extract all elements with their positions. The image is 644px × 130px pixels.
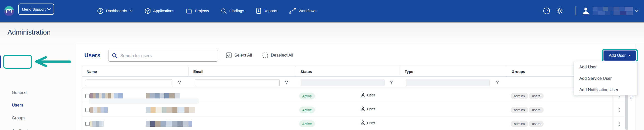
nav-label: Projects bbox=[195, 9, 209, 13]
menu-item-add-service-user[interactable]: Add Service User bbox=[574, 73, 637, 84]
workflow-icon bbox=[289, 8, 296, 14]
svg-text:?: ? bbox=[546, 9, 548, 13]
status-filter-input[interactable] bbox=[301, 80, 385, 86]
avatar-icon bbox=[582, 7, 590, 15]
add-user-label: Add User bbox=[609, 53, 626, 58]
active-item-indicator bbox=[0, 56, 1, 68]
sidebar-item-groups[interactable]: Groups bbox=[12, 116, 25, 120]
folder-icon bbox=[186, 8, 192, 14]
gear-icon bbox=[556, 7, 563, 14]
annotation-arrow-icon bbox=[33, 56, 71, 67]
type-cell: User bbox=[361, 93, 375, 97]
email-redacted bbox=[146, 107, 195, 113]
sidebar-item-users[interactable]: Users bbox=[12, 103, 23, 108]
name-redacted bbox=[90, 93, 123, 99]
group-badge: admins bbox=[511, 107, 528, 113]
dashed-square-icon bbox=[262, 52, 268, 58]
nav-item-findings[interactable]: Findings bbox=[221, 8, 244, 14]
status-badge: Active bbox=[299, 93, 315, 99]
table-filter-row bbox=[82, 76, 625, 89]
org-selector[interactable]: Mend Support bbox=[18, 4, 54, 15]
row-actions bbox=[613, 103, 625, 117]
chevron-down-icon bbox=[47, 8, 51, 10]
type-cell: User bbox=[361, 120, 375, 125]
table-row: Active User admins users bbox=[82, 117, 625, 130]
menu-item-add-user[interactable]: Add User bbox=[574, 61, 637, 73]
name-filter-funnel-icon[interactable] bbox=[177, 81, 182, 85]
row-checkbox[interactable] bbox=[85, 122, 90, 126]
nav-label: Dashboards bbox=[106, 9, 127, 13]
user-type-icon bbox=[361, 120, 365, 125]
nav-label: Workflows bbox=[298, 9, 316, 13]
table-row: Active User admins users bbox=[82, 103, 625, 117]
navbar-divider bbox=[576, 6, 576, 15]
users-section-heading: Users bbox=[84, 52, 100, 59]
status-badge: Active bbox=[299, 107, 315, 113]
top-navbar: Mend Support Dashboards Applicatio bbox=[0, 0, 644, 22]
nav-label: Findings bbox=[229, 9, 244, 13]
search-input[interactable] bbox=[120, 53, 214, 58]
nav-item-workflows[interactable]: Workflows bbox=[289, 8, 316, 14]
nav-item-applications[interactable]: Applications bbox=[145, 8, 174, 14]
select-all-label: Select All bbox=[234, 53, 252, 58]
row-actions bbox=[613, 117, 625, 130]
type-label: User bbox=[367, 121, 375, 125]
report-document-icon bbox=[256, 8, 261, 14]
status-filter-funnel-icon[interactable] bbox=[389, 81, 394, 85]
group-badge: admins bbox=[511, 121, 528, 127]
settings-button[interactable] bbox=[556, 7, 563, 15]
user-search-box bbox=[108, 50, 218, 62]
navbar-right: ? bbox=[543, 0, 639, 22]
row-menu-button[interactable] bbox=[618, 121, 621, 127]
nav-label: Applications bbox=[153, 9, 174, 13]
nav-item-projects[interactable]: Projects bbox=[186, 8, 209, 14]
org-selector-value: Mend Support bbox=[22, 7, 47, 11]
deselect-all-button[interactable]: Deselect All bbox=[262, 52, 293, 58]
column-header-type[interactable]: Type bbox=[400, 66, 507, 76]
row-checkbox[interactable] bbox=[85, 94, 90, 98]
help-icon: ? bbox=[543, 7, 550, 14]
checked-checkbox-icon bbox=[226, 52, 232, 58]
menu-item-add-notification-user[interactable]: Add Notification User bbox=[574, 84, 637, 95]
nav-item-dashboards[interactable]: Dashboards bbox=[97, 8, 133, 14]
deselect-all-label: Deselect All bbox=[271, 53, 293, 58]
mend-admin-page: Mend Support Dashboards Applicatio bbox=[0, 0, 644, 130]
sidebar-item-applications[interactable]: Applications bbox=[12, 128, 34, 130]
columns-panel-tab[interactable]: ns bbox=[629, 95, 633, 99]
group-badge: users bbox=[529, 93, 544, 99]
email-filter-input[interactable] bbox=[195, 80, 280, 86]
page-header: Administration bbox=[0, 22, 644, 43]
type-filter-input[interactable] bbox=[406, 80, 490, 86]
username-redacted bbox=[593, 7, 633, 15]
name-filter-input[interactable] bbox=[86, 80, 172, 86]
name-redacted bbox=[90, 107, 108, 113]
chevron-down-icon[interactable] bbox=[635, 10, 639, 12]
blurred-tooltip-overlay bbox=[89, 98, 199, 104]
row-checkbox[interactable] bbox=[85, 108, 90, 112]
add-user-button[interactable]: Add User bbox=[603, 50, 636, 61]
row-menu-button[interactable] bbox=[618, 107, 621, 113]
dashboard-gauge-icon bbox=[97, 8, 103, 14]
type-cell: User bbox=[361, 107, 375, 111]
column-header-status[interactable]: Status bbox=[296, 66, 400, 76]
nav-label: Reports bbox=[263, 9, 277, 13]
email-filter-funnel-icon[interactable] bbox=[284, 81, 289, 85]
cube-icon bbox=[145, 8, 151, 14]
chevron-down-icon bbox=[130, 10, 133, 12]
type-filter-funnel-icon[interactable] bbox=[495, 81, 500, 85]
group-badge: admins bbox=[511, 93, 528, 99]
sidebar-item-general[interactable]: General bbox=[12, 90, 27, 95]
page-title: Administration bbox=[8, 29, 51, 36]
select-all-button[interactable]: Select All bbox=[226, 52, 252, 58]
status-badge: Active bbox=[299, 120, 315, 127]
column-header-name[interactable]: Name bbox=[82, 66, 188, 76]
column-header-email[interactable]: Email bbox=[188, 66, 296, 76]
mend-logo-icon[interactable] bbox=[4, 6, 14, 16]
users-table: Name Email Status Type Groups bbox=[82, 66, 625, 130]
help-button[interactable]: ? bbox=[543, 7, 550, 15]
nav-item-reports[interactable]: Reports bbox=[256, 8, 277, 14]
type-label: User bbox=[367, 107, 375, 111]
group-badge: users bbox=[529, 121, 544, 127]
email-redacted bbox=[146, 121, 192, 127]
name-redacted bbox=[90, 121, 104, 127]
